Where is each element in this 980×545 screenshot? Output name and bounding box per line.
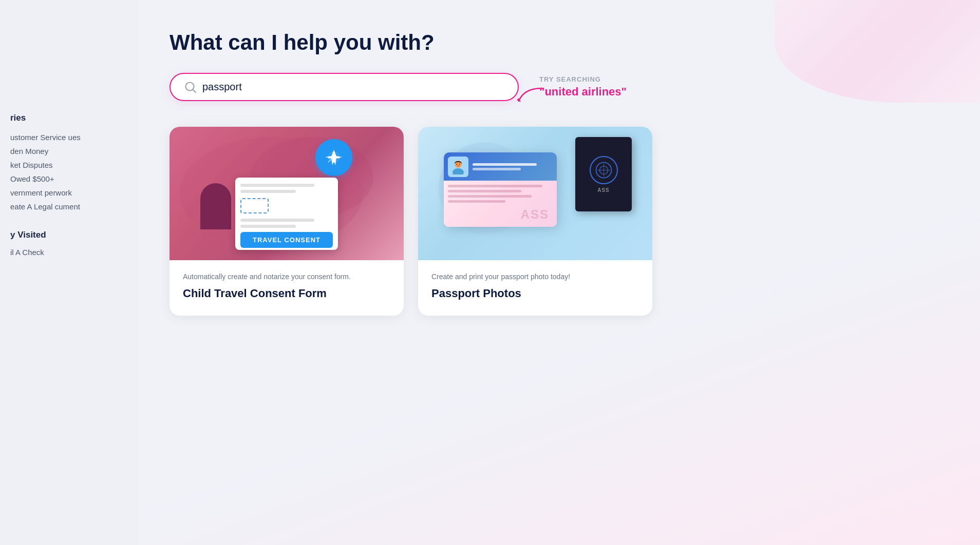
svg-line-1 [193,89,196,92]
card-travel-consent[interactable]: TRAVEL CONSENT Automatically create and … [169,127,404,316]
cards-grid: TRAVEL CONSENT Automatically create and … [169,127,652,316]
search-bar[interactable]: passport [169,73,519,101]
travel-document: TRAVEL CONSENT [235,178,338,250]
doc-dotted-box [240,198,269,213]
sidebar-item-legal-document[interactable]: eate A Legal cument [10,200,139,213]
airplane-icon [315,139,352,176]
try-searching-value[interactable]: "united airlines" [539,85,627,99]
try-searching-label: TRY SEARCHING [539,75,601,83]
card-travel-subtitle: Automatically create and notarize your c… [183,271,390,282]
passport-illustration: ASS [418,127,652,260]
sidebar-item-government-paperwork[interactable]: vernment perwork [10,186,139,200]
sidebar-item-owed-money[interactable]: Owed $500+ [10,172,139,186]
search-icon [185,82,196,93]
card-passport-photos[interactable]: ASS [418,127,652,316]
card-passport-title: Passport Photos [431,286,639,301]
svg-point-12 [457,164,458,165]
sidebar: ries ustomer Service ues den Money ket D… [0,0,139,545]
search-area: passport TRY SEARCHING "united airlines" [169,73,939,101]
id-card-watermark: ASS [521,207,549,222]
doc-line-3 [240,219,314,222]
arrow-icon [514,86,544,108]
doc-line-4 [240,225,296,228]
sidebar-item-customer-service[interactable]: ustomer Service ues [10,130,139,144]
id-card-header [444,152,557,181]
card-passport-body: Create and print your passport photo tod… [418,260,652,316]
card-travel-image: TRAVEL CONSENT [169,127,404,260]
travel-illustration: TRAVEL CONSENT [169,127,404,260]
sidebar-item-ticket-disputes[interactable]: ket Disputes [10,158,139,172]
id-card-header-lines [473,163,553,170]
page-title: What can I help you with? [169,31,939,54]
card-travel-body: Automatically create and notarize your c… [169,260,404,316]
passport-book-label: ASS [597,187,610,193]
sidebar-categories-title: ries [10,113,139,123]
svg-point-13 [459,164,460,165]
sidebar-recently-title: y Visited [10,230,139,240]
main-content: What can I help you with? passport TRY S… [139,0,980,545]
svg-point-11 [453,168,464,174]
search-input[interactable]: passport [202,81,503,93]
passport-book: ASS [575,137,632,211]
sidebar-recently-item-check[interactable]: il A Check [10,245,139,259]
try-searching-hint: TRY SEARCHING "united airlines" [539,75,627,99]
doc-line-1 [240,184,314,187]
passport-seal [590,156,618,184]
card-travel-title: Child Travel Consent Form [183,286,390,301]
id-card: ASS [444,152,557,227]
sidebar-item-hidden-money[interactable]: den Money [10,144,139,158]
consent-badge: TRAVEL CONSENT [240,232,333,248]
card-passport-image: ASS [418,127,652,260]
card-passport-subtitle: Create and print your passport photo tod… [431,271,639,282]
doc-line-2 [240,190,296,193]
id-card-avatar [448,157,468,177]
arch-decoration [200,183,231,229]
